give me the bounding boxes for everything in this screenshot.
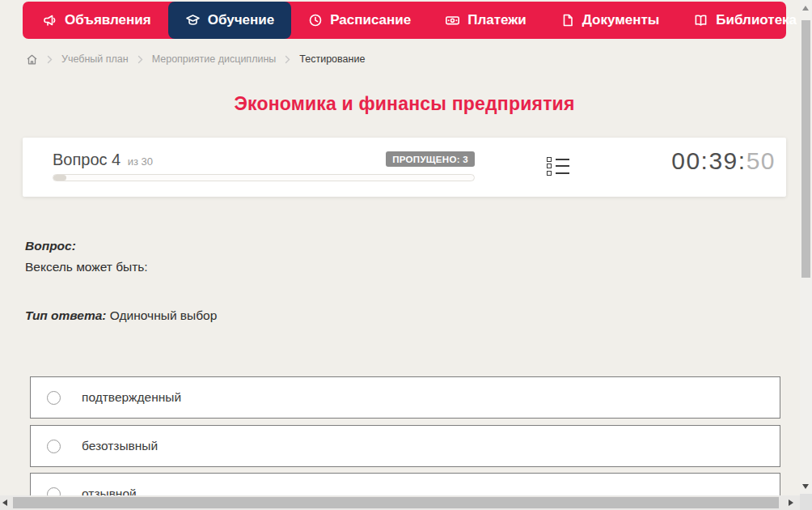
timer-hours-minutes: 00:39: <box>671 147 746 174</box>
answer-option[interactable]: подтвержденный <box>30 376 780 419</box>
skipped-badge: ПРОПУЩЕНО: 3 <box>386 151 475 167</box>
nav-item-label: Расписание <box>330 12 411 28</box>
breadcrumb-link-discipline-event[interactable]: Мероприятие дисциплины <box>152 53 277 65</box>
scroll-down-arrow-icon[interactable] <box>802 484 809 489</box>
nav-item-documents[interactable]: Документы <box>543 2 677 39</box>
timer-seconds: 50 <box>746 147 776 174</box>
timer: 00:39:50 <box>671 147 776 175</box>
scroll-up-arrow-icon[interactable] <box>802 6 809 11</box>
nav-item-training[interactable]: Обучение <box>168 2 291 39</box>
breadcrumb-separator-icon <box>47 55 53 64</box>
question-number: Вопрос 4 из 30 <box>53 151 153 169</box>
question-block: Вопрос: Вексель может быть: Тип ответа: … <box>25 236 753 326</box>
question-total-label: из 30 <box>128 155 153 168</box>
test-page: Объявления Обучение Расписание Платежи Д… <box>0 0 812 510</box>
progress-fill <box>53 175 66 181</box>
vertical-scrollbar[interactable] <box>800 0 812 510</box>
question-label: Вопрос: <box>25 239 76 253</box>
breadcrumb-link-curriculum[interactable]: Учебный план <box>61 53 129 65</box>
list-icon-row <box>547 170 569 176</box>
nav-item-announcements[interactable]: Объявления <box>26 2 168 39</box>
question-label-line: Вопрос: <box>25 236 753 257</box>
nav-item-label: Документы <box>582 12 660 28</box>
banknote-icon <box>445 13 460 28</box>
list-icon-row <box>547 156 569 162</box>
breadcrumb-separator-icon <box>285 55 290 64</box>
breadcrumb: Учебный план Мероприятие дисциплины Тест… <box>26 51 365 67</box>
radio-button[interactable] <box>47 440 61 453</box>
question-list-icon[interactable] <box>545 155 571 177</box>
page-title: Экономика и финансы предприятия <box>23 93 786 115</box>
nav-item-label: Платежи <box>467 12 527 28</box>
question-number-label: Вопрос 4 <box>53 151 121 168</box>
main-nav: Объявления Обучение Расписание Платежи Д… <box>23 2 786 39</box>
answer-option[interactable]: безотзывный <box>30 425 780 467</box>
nav-item-label: Обучение <box>208 12 274 28</box>
question-progress-row: Вопрос 4 из 30 ПРОПУЩЕНО: 3 <box>53 151 475 169</box>
home-icon[interactable] <box>26 53 38 66</box>
nav-item-library[interactable]: Библиотека <box>676 2 812 39</box>
horizontal-scrollbar[interactable] <box>0 495 800 510</box>
megaphone-icon <box>43 13 57 28</box>
progress-bar <box>53 174 475 181</box>
answer-type-value: Одиночный выбор <box>110 308 218 322</box>
scroll-left-arrow-icon[interactable] <box>2 499 7 506</box>
answer-type-line: Тип ответа: Одиночный выбор <box>25 305 753 326</box>
answer-option-label: безотзывный <box>82 439 158 453</box>
graduation-cap-icon <box>185 13 201 28</box>
answer-option-label: подтвержденный <box>82 390 181 405</box>
document-icon <box>560 13 575 28</box>
question-header-card: Вопрос 4 из 30 ПРОПУЩЕНО: 3 00:39:50 <box>23 138 786 197</box>
horizontal-scrollbar-thumb[interactable] <box>13 497 779 508</box>
clock-icon <box>308 13 323 28</box>
scrollbar-corner <box>800 494 812 510</box>
scroll-right-arrow-icon[interactable] <box>789 499 793 506</box>
nav-item-label: Библиотека <box>716 12 797 28</box>
nav-item-label: Объявления <box>65 12 151 28</box>
answer-type-label: Тип ответа: <box>25 308 107 322</box>
vertical-scrollbar-thumb[interactable] <box>801 20 810 278</box>
nav-item-schedule[interactable]: Расписание <box>291 2 428 39</box>
radio-button[interactable] <box>47 391 61 405</box>
nav-item-payments[interactable]: Платежи <box>428 2 543 39</box>
breadcrumb-separator-icon <box>137 55 143 64</box>
breadcrumb-current: Тестирование <box>299 53 365 65</box>
book-icon <box>693 13 708 28</box>
list-icon-row <box>547 164 569 169</box>
question-text: Вексель может быть: <box>25 257 753 278</box>
